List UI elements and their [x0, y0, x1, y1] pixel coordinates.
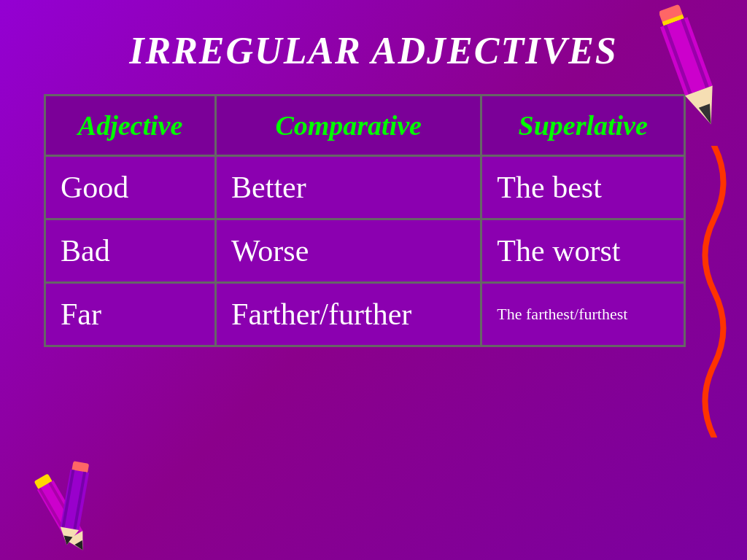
- table-row: Bad Worse The worst: [45, 219, 685, 283]
- col-header-adjective: Adjective: [45, 96, 216, 156]
- comparative-worse: Worse: [216, 219, 481, 283]
- wavy-line-right-icon: [692, 146, 736, 438]
- page-title: IRREGULAR ADJECTIVES: [0, 0, 747, 94]
- pencils-bottom-left-icon: [7, 458, 139, 553]
- adjectives-table: Adjective Comparative Superlative Good B…: [44, 94, 686, 347]
- col-header-comparative: Comparative: [216, 96, 481, 156]
- adjective-far: Far: [45, 283, 216, 346]
- comparative-farther: Farther/further: [216, 283, 481, 346]
- adjectives-table-container: Adjective Comparative Superlative Good B…: [44, 94, 686, 347]
- adjective-good: Good: [45, 156, 216, 219]
- superlative-best: The best: [481, 156, 685, 219]
- col-header-superlative: Superlative: [481, 96, 685, 156]
- comparative-better: Better: [216, 156, 481, 219]
- adjective-bad: Bad: [45, 219, 216, 283]
- superlative-farthest: The farthest/furthest: [481, 283, 685, 346]
- pencil-top-right-icon: [659, 0, 725, 146]
- superlative-worst: The worst: [481, 219, 685, 283]
- table-row: Far Farther/further The farthest/furthes…: [45, 283, 685, 346]
- table-row: Good Better The best: [45, 156, 685, 219]
- svg-marker-6: [699, 104, 716, 126]
